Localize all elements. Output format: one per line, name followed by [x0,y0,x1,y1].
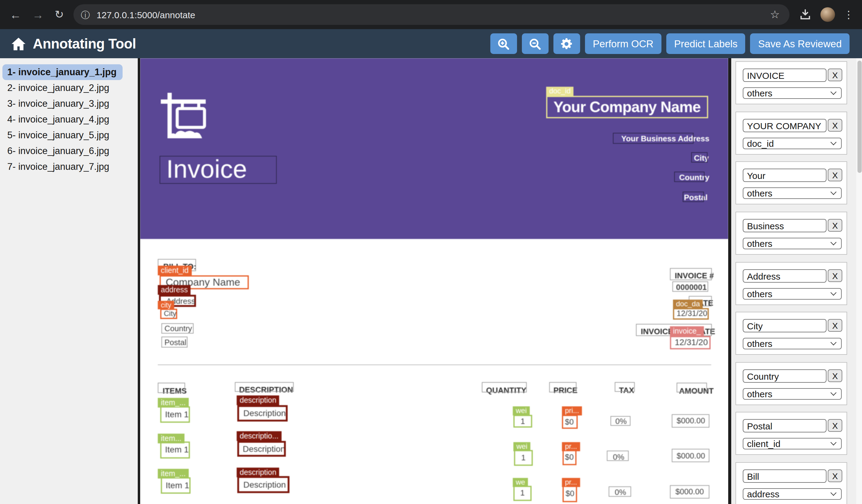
zoom-out-button[interactable] [522,34,549,54]
reload-icon[interactable]: ↻ [55,9,64,20]
predict-labels-button[interactable]: Predict Labels [666,34,745,54]
item-box[interactable]: Item 1 [160,441,190,459]
scrollbar-thumb[interactable] [857,61,861,173]
back-icon[interactable]: ← [10,9,21,20]
file-item[interactable]: 7- invoice_january_7.jpg [2,159,138,175]
business-address-box[interactable] [613,133,694,144]
price-tag[interactable]: pri... [562,406,582,415]
company-name-box[interactable]: Your Company Name [546,96,708,118]
remove-annotation-button[interactable]: X [828,419,842,432]
description-tag[interactable]: description [237,468,279,477]
invoice-number-box[interactable]: 0000001 [672,281,708,292]
quantity-box[interactable]: 1 [513,415,532,428]
label-select[interactable]: client_id [743,438,842,449]
quantity-tag[interactable]: wei [513,406,530,415]
label-select[interactable]: others [743,87,842,99]
price-tag[interactable]: pr... [562,442,580,451]
label-select[interactable]: others [743,238,842,249]
item-name-tag[interactable]: item... [158,434,184,443]
annotation-text-input[interactable] [743,369,826,383]
label-select[interactable]: others [743,288,842,300]
label-select[interactable]: others [743,388,842,400]
bookmark-star-icon[interactable]: ☆ [770,9,780,20]
postal-box[interactable] [683,192,704,202]
city-box[interactable] [691,152,708,162]
file-item[interactable]: 2- invoice_january_2.jpg [2,80,138,96]
annotation-text-input[interactable] [743,119,826,132]
label-select[interactable]: doc_id [743,138,842,149]
remove-annotation-button[interactable]: X [828,469,842,482]
city-tag[interactable]: city [158,301,174,309]
label-select[interactable]: others [743,187,842,199]
tax-header-box[interactable] [615,382,635,392]
tax-box[interactable]: 0% [607,451,629,461]
bill-postal-box[interactable]: Postal [161,336,187,347]
item-name-tag[interactable]: item_... [158,469,189,479]
quantity-tag[interactable]: wei [513,442,530,451]
annotation-canvas[interactable]: Invoice doc_id Your Company Name Your Bu… [138,58,731,504]
country-box[interactable] [674,172,705,182]
zoom-in-button[interactable] [490,34,517,54]
invoice-number-label-box[interactable] [670,268,712,280]
profile-avatar[interactable] [820,7,835,22]
price-box[interactable]: $0 [563,486,577,502]
remove-annotation-button[interactable]: X [828,319,842,332]
description-box[interactable]: Description [237,405,288,422]
save-as-reviewed-button[interactable]: Save As Reviewed [750,34,850,54]
address-tag[interactable]: address [158,285,191,295]
browser-menu-icon[interactable]: ⋮ [844,9,854,20]
download-icon[interactable] [799,8,812,21]
bill-city-box[interactable]: City [160,309,177,319]
remove-annotation-button[interactable]: X [828,119,842,132]
item-box[interactable]: Item 1 [160,406,190,423]
annotation-text-input[interactable] [743,419,826,433]
invoice-due-tag[interactable]: invoice_ [670,326,704,336]
tax-box[interactable]: 0% [609,487,631,497]
label-select[interactable]: others [743,338,842,349]
client-id-tag[interactable]: client_id [158,266,192,275]
label-select[interactable]: address [743,488,842,500]
price-tag[interactable]: pr... [562,478,580,487]
quantity-tag[interactable]: we [513,478,528,487]
file-item[interactable]: 4- invoice_january_4.jpg [2,111,138,127]
description-header-box[interactable] [235,382,294,392]
file-item[interactable]: 3- invoice_january_3.jpg [2,96,138,111]
annotation-text-input[interactable] [743,68,826,82]
remove-annotation-button[interactable]: X [828,219,842,232]
file-item[interactable]: 1- invoice_january_1.jpg [2,64,122,80]
perform-ocr-button[interactable]: Perform OCR [585,34,662,54]
doc-date-tag[interactable]: doc_da [673,300,703,309]
price-box[interactable]: $0 [562,415,578,429]
quantity-box[interactable]: 1 [513,486,532,501]
annotation-text-input[interactable] [743,169,826,182]
site-info-icon[interactable]: ⓘ [81,10,90,19]
annotation-text-input[interactable] [743,219,826,232]
amount-box[interactable]: $000.00 [670,485,709,499]
file-item[interactable]: 5- invoice_january_5.jpg [2,127,138,143]
quantity-box[interactable]: 1 [514,450,533,466]
annotation-text-input[interactable] [743,269,826,283]
doc-id-tag[interactable]: doc_id [546,87,574,96]
price-box[interactable]: $0 [563,450,576,465]
due-date-value-box[interactable]: 12/31/20 [670,336,710,349]
quantity-header-box[interactable] [482,382,527,393]
amount-box[interactable]: $000.00 [672,449,709,462]
annotation-text-input[interactable] [743,469,826,483]
amount-box[interactable]: $000.00 [672,414,709,428]
remove-annotation-button[interactable]: X [828,68,842,81]
annotation-text-input[interactable] [743,319,826,332]
amount-header-box[interactable] [677,383,707,393]
scrollbar[interactable] [856,58,862,504]
description-box[interactable]: Description [237,441,286,457]
bill-country-box[interactable]: Country [161,323,194,334]
invoice-title-box[interactable]: Invoice [160,156,277,184]
items-header-box[interactable] [158,383,185,393]
item-name-tag[interactable]: item_... [158,398,189,408]
description-box[interactable]: Description [237,476,289,493]
date-value-box[interactable]: 12/31/20 [673,308,709,320]
item-box[interactable]: Item 1 [161,477,191,494]
price-header-box[interactable] [549,382,576,393]
tax-box[interactable]: 0% [611,416,630,426]
forward-icon[interactable]: → [32,9,44,20]
address-bar[interactable]: ⓘ 127.0.0.1:5000/annotate ☆ [74,4,789,25]
